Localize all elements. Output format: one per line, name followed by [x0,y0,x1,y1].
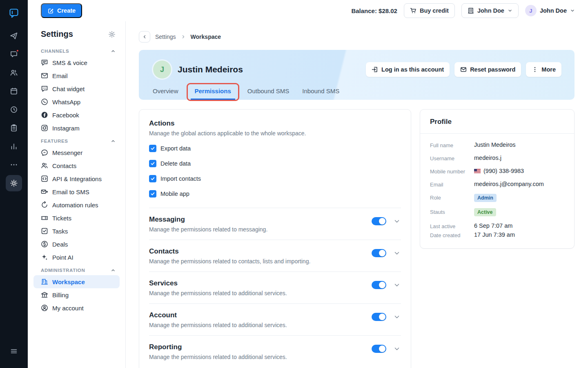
tab-outbound-sms[interactable]: Outbound SMS [247,88,290,100]
tab-permissions[interactable]: Permissions [191,88,235,100]
settings-gear-button[interactable] [108,31,116,38]
contacts-toggle[interactable] [372,249,386,257]
import-contacts-checkbox[interactable] [149,175,156,182]
check-icon [150,176,155,181]
section-header-channels[interactable]: CHANNELS [33,45,120,56]
logo-icon [9,8,19,18]
row-value: Active [474,208,496,216]
account-toggle[interactable] [372,313,386,321]
section-texts: Reporting Manage the permissions related… [149,343,372,360]
row-label: Stauts [430,208,474,215]
chevron-down-icon [570,8,575,13]
checkbox-label[interactable]: Import contacts [160,175,201,182]
section-header-administration[interactable]: ADMINISTRATION [33,264,120,275]
sidebar-item-chat-widget[interactable]: Chat widget [33,82,120,95]
app-logo-icon[interactable] [5,4,23,22]
export-data-checkbox[interactable] [149,145,156,152]
compose-nav-button[interactable] [6,28,22,44]
section-header-features[interactable]: FEATURES [33,135,120,146]
sidebar-item-api-integrations[interactable]: API & Integrations [33,172,120,185]
sidebar-item-tickets[interactable]: Tickets [33,211,120,224]
buy-credit-button[interactable]: Buy credit [404,3,455,18]
checkbox-label[interactable]: Mobile app [160,191,189,197]
calendar-nav-button[interactable] [6,83,22,99]
reporting-expand-button[interactable] [393,345,401,353]
sidebar-item-label: Messenger [52,149,82,156]
email-to-sms-icon [41,188,48,195]
checkbox-label[interactable]: Export data [160,145,191,152]
sidebar-item-billing[interactable]: Billing [33,288,120,301]
settings-nav-button[interactable] [6,175,22,191]
ellipsis-icon [10,161,18,169]
user-avatar: J [153,61,171,79]
sidebar-item-workspace[interactable]: Workspace [33,275,120,288]
delete-data-checkbox[interactable] [149,160,156,167]
breadcrumb-settings[interactable]: Settings [155,34,176,40]
lists-nav-button[interactable] [6,120,22,136]
back-button[interactable] [139,31,150,43]
sidebar-item-sms-voice[interactable]: SMS & voice [33,56,120,69]
more-button[interactable]: More [526,62,561,77]
app-rail [0,0,28,368]
checkbox-label[interactable]: Delete data [160,160,191,167]
section-subtitle: Manage the permissions related to additi… [149,354,372,360]
toggle-knob [379,346,385,352]
user-name-heading: Justin Medeiros [178,65,243,74]
permission-section-contacts: Contacts Manage the permissions related … [149,240,401,272]
sidebar-item-label: Email [52,72,68,79]
sidebar-item-automation-rules[interactable]: Automation rules [33,198,120,211]
profile-row-username: Username medeiros.j [430,155,564,162]
section-title: Reporting [149,343,372,351]
account-expand-button[interactable] [393,313,401,321]
messaging-toggle[interactable] [372,217,386,225]
row-label: Role [430,194,474,201]
sidebar-item-label: Chat widget [52,85,85,92]
services-toggle[interactable] [372,281,386,289]
sidebar-item-facebook[interactable]: Facebook [33,108,120,121]
reset-password-button[interactable]: Reset password [454,62,521,77]
profile-row-date-created: Date created 17 Jun 7:39 am [430,231,564,238]
messaging-expand-button[interactable] [393,217,401,225]
more-nav-button[interactable] [6,157,22,173]
sidebar-item-point-ai[interactable]: Point AI [33,251,120,264]
sidebar-item-label: Deals [52,241,68,248]
reports-nav-button[interactable] [6,138,22,155]
sidebar-item-contacts[interactable]: Contacts [33,159,120,172]
create-button[interactable]: Create [41,3,82,18]
contacts-icon [41,162,48,169]
kebab-icon [532,66,538,73]
mobile-app-checkbox[interactable] [149,190,156,197]
sidebar-item-messenger[interactable]: Messenger [33,146,120,159]
workspace-switcher-button[interactable]: John Doe [461,3,519,18]
app-root: Create Balance: $28.02 Buy credit John D… [0,0,588,368]
collapse-menu-button[interactable] [6,343,22,359]
tab-inbound-sms[interactable]: Inbound SMS [301,88,340,100]
sidebar-item-label: My account [52,305,84,312]
contacts-nav-button[interactable] [6,65,22,81]
sidebar-item-instagram[interactable]: Instagram [33,121,120,135]
sidebar-item-whatsapp[interactable]: WhatsApp [33,95,120,108]
sidebar-item-label: API & Integrations [52,175,102,182]
chats-nav-button[interactable] [6,46,22,63]
notification-dot [16,49,19,52]
services-expand-button[interactable] [393,281,401,289]
avatar: J [525,5,537,16]
contacts-expand-button[interactable] [393,249,401,257]
sidebar-item-my-account[interactable]: My account [33,301,120,314]
reset-password-label: Reset password [470,66,515,73]
tab-overview[interactable]: Overview [152,88,179,100]
sidebar-item-email-to-sms[interactable]: Email to SMS [33,185,120,198]
topbar-right: Balance: $28.02 Buy credit John Doe J Jo… [351,3,575,18]
breadcrumb: Settings Workspace [139,31,575,43]
login-as-account-button[interactable]: Log in as this account [366,62,450,77]
checkbox-row-mobile-app: Mobile app [149,189,401,199]
history-nav-button[interactable] [6,101,22,118]
chevron-up-icon [111,49,116,54]
reporting-toggle[interactable] [372,345,386,353]
chevron-up-icon [111,268,116,273]
sidebar-item-tasks[interactable]: Tasks [33,224,120,238]
sidebar-item-deals[interactable]: Deals [33,238,120,251]
sidebar-item-email[interactable]: Email [33,69,120,82]
sidebar-item-label: Tickets [52,215,71,222]
user-menu[interactable]: J John Doe [525,5,575,16]
